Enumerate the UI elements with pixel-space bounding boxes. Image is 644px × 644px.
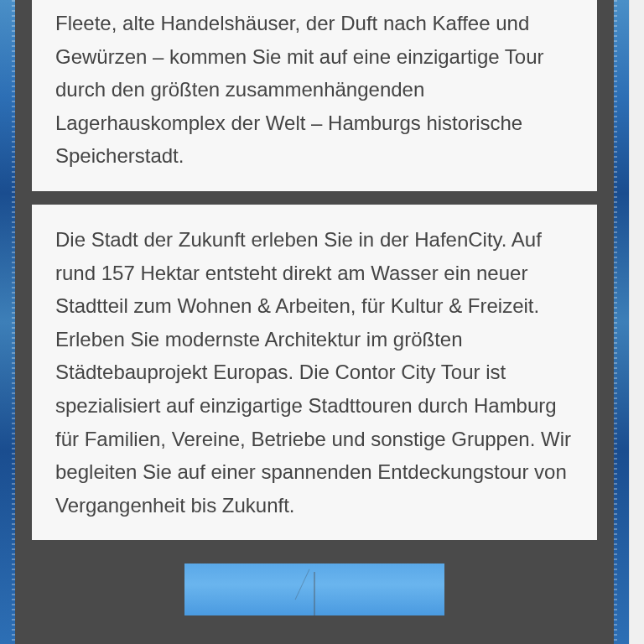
right-border-decoration (614, 0, 629, 644)
intro-paragraph-2: Die Stadt der Zukunft erleben Sie in der… (55, 223, 574, 522)
vertical-scrollbar[interactable] (629, 0, 644, 644)
hafencity-image (184, 564, 444, 615)
image-container (32, 564, 597, 615)
intro-card-1: Fleete, alte Handelshäuser, der Duft nac… (32, 0, 597, 191)
intro-card-2: Die Stadt der Zukunft erleben Sie in der… (32, 205, 597, 540)
left-border-decoration (0, 0, 15, 644)
intro-paragraph-1: Fleete, alte Handelshäuser, der Duft nac… (55, 7, 574, 173)
main-content: Fleete, alte Handelshäuser, der Duft nac… (15, 0, 614, 644)
page-container: Fleete, alte Handelshäuser, der Duft nac… (0, 0, 629, 644)
